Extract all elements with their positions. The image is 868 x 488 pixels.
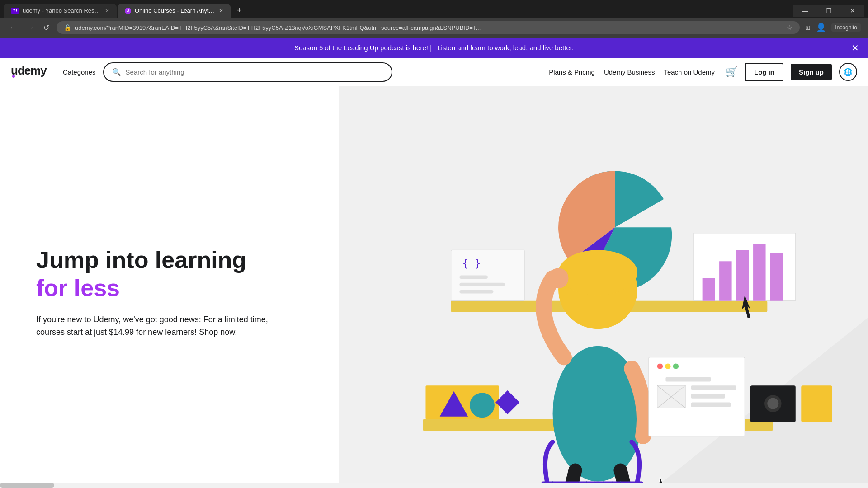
udemy-business-link[interactable]: Udemy Business (604, 68, 655, 76)
extensions-icon[interactable]: ⊞ (805, 24, 811, 31)
hero-illustration: { } (339, 86, 868, 488)
forward-button[interactable]: → (24, 22, 36, 33)
svg-rect-6 (719, 261, 731, 300)
navbar: udemy Categories 🔍 Plans & Pricing Udemy… (0, 58, 868, 86)
promo-banner: Season 5 of the Leading Up podcast is he… (0, 38, 868, 58)
svg-point-19 (548, 268, 569, 288)
search-bar[interactable]: 🔍 (103, 62, 392, 82)
hero-subtitle: If you're new to Udemy, we've got good n… (36, 313, 280, 339)
browser-toolbar: ← → ↺ 🔒 udemy.com/?ranMID=39197&ranEAID=… (0, 18, 868, 38)
maximize-button[interactable]: ❐ (817, 5, 841, 17)
bookmark-icon[interactable]: ☆ (787, 24, 793, 31)
hero-right: { } (339, 86, 868, 488)
hero-title: Jump into learning for less (36, 246, 303, 302)
back-button[interactable]: ← (7, 22, 19, 33)
incognito-badge: Incognito (831, 23, 861, 32)
svg-text:udemy: udemy (11, 64, 47, 77)
svg-rect-33 (691, 385, 736, 390)
signup-button[interactable]: Sign up (791, 64, 832, 80)
svg-rect-29 (665, 377, 711, 381)
close-button[interactable]: ✕ (841, 5, 864, 17)
svg-rect-9 (770, 253, 783, 301)
login-button[interactable]: Log in (745, 63, 783, 81)
profile-icon[interactable]: 👤 (816, 23, 826, 33)
hero-section: Jump into learning for less If you're ne… (0, 86, 868, 488)
language-button[interactable]: 🌐 (839, 63, 857, 81)
plans-pricing-link[interactable]: Plans & Pricing (549, 68, 595, 76)
browser-chrome: Y! udemy - Yahoo Search Results ✕ U Onli… (0, 0, 868, 38)
banner-text: Season 5 of the Leading Up podcast is he… (294, 44, 432, 52)
svg-point-18 (558, 250, 637, 295)
svg-rect-15 (459, 290, 493, 293)
svg-point-27 (665, 363, 670, 369)
svg-rect-39 (801, 385, 832, 422)
svg-rect-5 (703, 278, 715, 301)
address-text: udemy.com/?ranMID=39197&ranEAID=TTf2F5yy… (75, 24, 783, 31)
svg-point-1 (12, 75, 15, 78)
udemy-logo-svg: udemy (11, 63, 52, 78)
browser-tab-udemy[interactable]: U Online Courses - Learn Anythin... ✕ (118, 4, 231, 18)
scrollbar-thumb[interactable] (0, 483, 54, 488)
address-bar[interactable]: 🔒 udemy.com/?ranMID=39197&ranEAID=TTf2F5… (57, 21, 800, 34)
svg-rect-13 (459, 276, 487, 279)
cart-icon[interactable]: 🛒 (726, 66, 738, 78)
teach-on-udemy-link[interactable]: Teach on Udemy (664, 68, 715, 76)
svg-rect-7 (736, 250, 749, 300)
svg-rect-35 (691, 403, 731, 407)
udemy-logo[interactable]: udemy (11, 63, 52, 81)
svg-rect-24 (495, 390, 519, 414)
svg-point-38 (767, 398, 778, 409)
yahoo-tab-close[interactable]: ✕ (105, 8, 109, 14)
scrollbar[interactable] (0, 483, 868, 488)
yahoo-tab-label: udemy - Yahoo Search Results (23, 7, 101, 14)
svg-point-23 (470, 393, 495, 418)
nav-links: Plans & Pricing Udemy Business Teach on … (549, 68, 715, 76)
banner-close-button[interactable]: ✕ (851, 42, 859, 53)
banner-link[interactable]: Listen and learn to work, lead, and live… (437, 44, 574, 52)
refresh-button[interactable]: ↺ (42, 23, 51, 33)
hero-title-line1: Jump into learning (36, 247, 246, 273)
secure-icon: 🔒 (64, 24, 71, 31)
udemy-tab-close[interactable]: ✕ (219, 8, 223, 14)
svg-rect-8 (753, 244, 765, 301)
search-icon: 🔍 (112, 68, 121, 76)
browser-tab-yahoo[interactable]: Y! udemy - Yahoo Search Results ✕ (4, 4, 117, 18)
udemy-tab-label: Online Courses - Learn Anythin... (135, 7, 215, 14)
browser-tab-bar: Y! udemy - Yahoo Search Results ✕ U Onli… (0, 0, 868, 18)
svg-point-28 (673, 363, 679, 369)
hero-left: Jump into learning for less If you're ne… (0, 86, 339, 488)
svg-rect-14 (459, 283, 505, 286)
search-input[interactable] (126, 68, 383, 76)
logo-icon: udemy (11, 63, 52, 81)
svg-text:{ }: { } (462, 258, 481, 269)
yahoo-tab-icon: Y! (11, 8, 19, 14)
svg-point-26 (657, 363, 663, 369)
categories-button[interactable]: Categories (63, 68, 96, 76)
new-tab-button[interactable]: + (231, 4, 247, 17)
svg-rect-34 (691, 394, 725, 399)
hero-title-accent: for less (36, 275, 120, 301)
udemy-tab-icon: U (125, 8, 131, 14)
minimize-button[interactable]: — (793, 5, 817, 17)
